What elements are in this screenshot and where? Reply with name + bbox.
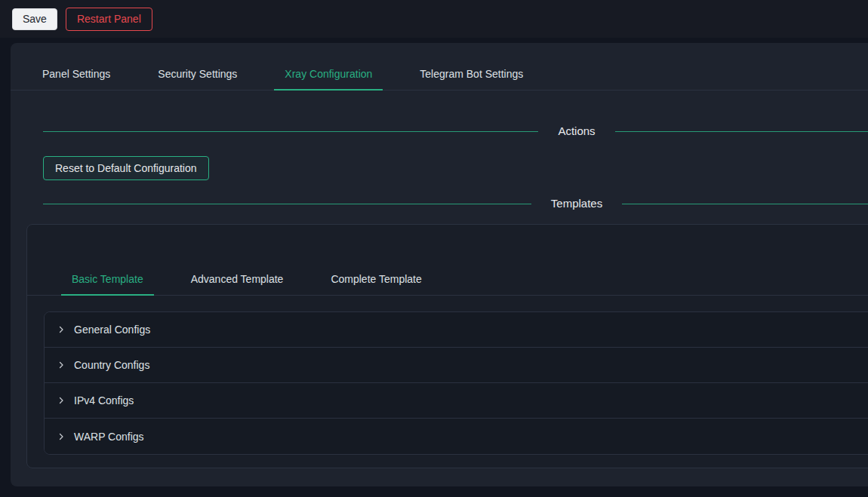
collapse-item-label: General Configs (74, 324, 150, 336)
actions-divider-label: Actions (538, 122, 614, 140)
tab-panel-settings[interactable]: Panel Settings (32, 59, 121, 90)
actions-divider: Actions (43, 122, 868, 140)
tab-telegram-bot-settings[interactable]: Telegram Bot Settings (409, 59, 534, 90)
templates-divider-label: Templates (531, 195, 622, 213)
collapse-item-general-configs[interactable]: General Configs (45, 312, 868, 348)
tab-basic-template[interactable]: Basic Template (61, 264, 154, 295)
tab-complete-template[interactable]: Complete Template (320, 264, 432, 295)
tab-xray-configuration[interactable]: Xray Configuration (274, 59, 383, 90)
topbar: Save Restart Panel (0, 0, 868, 38)
config-collapse: General Configs Country Configs IPv4 Con… (44, 311, 868, 455)
restart-panel-button[interactable]: Restart Panel (66, 8, 152, 31)
collapse-item-warp-configs[interactable]: WARP Configs (45, 419, 868, 454)
collapse-item-country-configs[interactable]: Country Configs (45, 348, 868, 383)
settings-card: Panel Settings Security Settings Xray Co… (11, 43, 868, 486)
chevron-right-icon (57, 325, 66, 334)
templates-divider: Templates (43, 195, 868, 213)
collapse-item-label: Country Configs (74, 359, 149, 371)
templates-card: Basic Template Advanced Template Complet… (26, 224, 868, 468)
template-tabs: Basic Template Advanced Template Complet… (27, 264, 868, 296)
collapse-item-ipv4-configs[interactable]: IPv4 Configs (45, 383, 868, 419)
settings-tabs: Panel Settings Security Settings Xray Co… (11, 59, 868, 91)
chevron-right-icon (57, 396, 66, 405)
chevron-right-icon (57, 432, 66, 441)
collapse-item-label: IPv4 Configs (74, 394, 134, 406)
tab-advanced-template[interactable]: Advanced Template (180, 264, 294, 295)
collapse-item-label: WARP Configs (74, 431, 144, 443)
save-button[interactable]: Save (12, 8, 57, 30)
chevron-right-icon (57, 360, 66, 370)
reset-default-config-button[interactable]: Reset to Default Configuration (43, 156, 209, 180)
tab-security-settings[interactable]: Security Settings (147, 59, 248, 90)
